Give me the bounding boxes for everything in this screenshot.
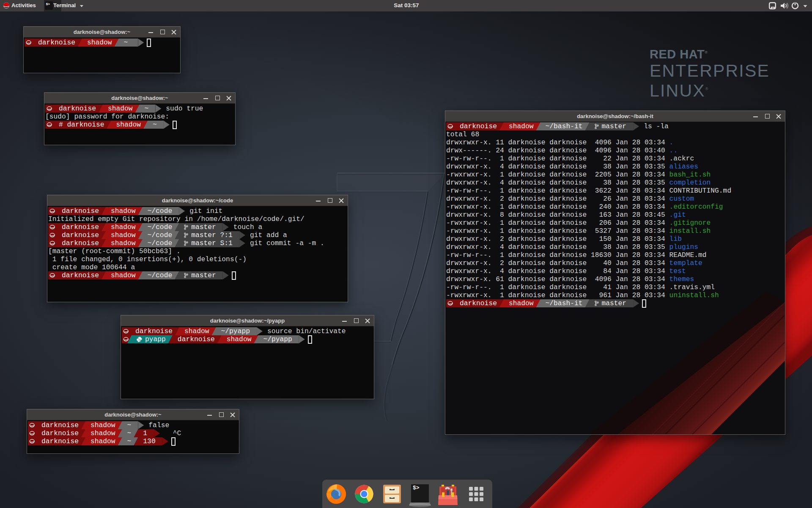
svg-text:$>: $> xyxy=(46,2,50,6)
svg-text:$>: $> xyxy=(413,485,420,491)
